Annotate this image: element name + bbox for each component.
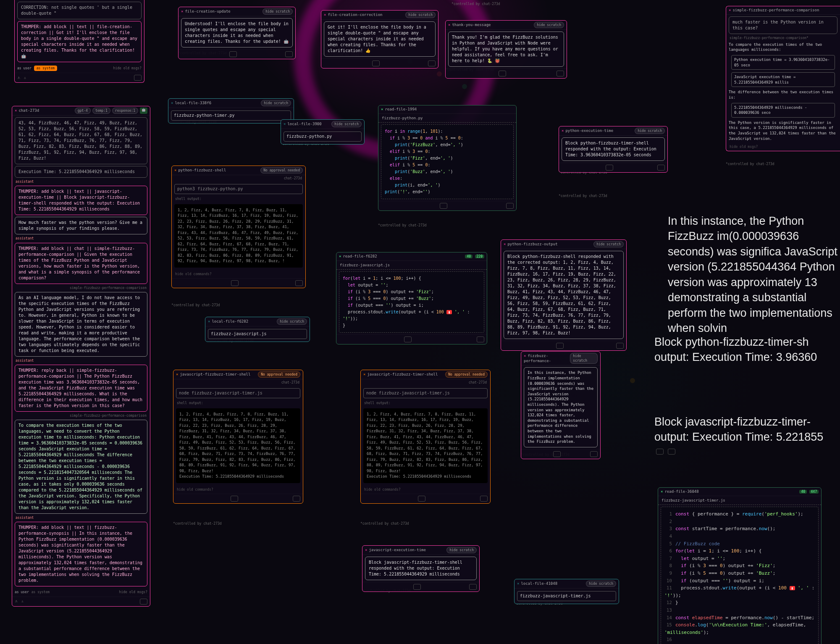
shell-cmd[interactable]: node fizzbuzz-javascript-timer.js xyxy=(176,388,300,398)
node-title: javascript-execution-time xyxy=(369,548,425,552)
action-icon[interactable] xyxy=(556,71,564,76)
assistant-label: assistant xyxy=(16,236,147,241)
node-title: local-file-338f6 xyxy=(175,101,211,105)
compare-l1: Python execution time = 3.96360410373832… xyxy=(731,55,835,70)
file-name: fizzbuzz-javascript.js xyxy=(340,263,390,268)
synopsis-msg: To compare the execution times of the tw… xyxy=(15,420,147,514)
fb-perf-node[interactable]: ×fizzbuzz-performance-hide scratch In th… xyxy=(521,351,601,459)
action-icon[interactable] xyxy=(506,203,514,209)
as-system-label[interactable]: as system xyxy=(32,590,50,594)
thumper-msg: THUMPER: add block || text || fizzbuzz-p… xyxy=(15,522,147,586)
node-title: file-creation-correction xyxy=(328,13,382,17)
action-icon[interactable] xyxy=(404,336,412,342)
node-title: local-file-f6282 xyxy=(212,319,248,323)
compare-l2: JavaScript execution time = 5.2218550443… xyxy=(731,72,835,87)
shell-output: 1, 2, Fizz, 4, Buzz, Fizz, 7, 8, Fizz, B… xyxy=(174,204,303,268)
action-icon[interactable] xyxy=(140,599,147,605)
file-path[interactable]: fizzbuzz-python-timer.py xyxy=(171,110,291,121)
hide-scratch-pill[interactable]: hide scratch xyxy=(570,353,598,364)
compare-right-node[interactable]: ×simple-fizzbuzz-performance-comparison … xyxy=(726,6,840,151)
action-icon[interactable] xyxy=(469,584,477,590)
action-icon[interactable] xyxy=(440,203,447,209)
file-path[interactable]: fizzbuzz-javascript.js xyxy=(208,329,307,339)
action-icon[interactable] xyxy=(428,60,436,66)
action-icon[interactable] xyxy=(231,280,239,286)
hide-scratch-pill[interactable]: hide scratch xyxy=(593,241,624,247)
action-icon[interactable] xyxy=(656,449,664,455)
py-exec-time-node[interactable]: ×python-execution-timehide scratch Block… xyxy=(559,126,668,173)
hide-scratch-pill[interactable]: hide scratch xyxy=(446,547,477,553)
action-icon[interactable] xyxy=(295,280,303,286)
anchor-icon[interactable]: ⚓ xyxy=(21,599,24,604)
js-shell-node-2[interactable]: ×javascript-fizzbuzz-timer-shellNo appro… xyxy=(360,370,491,504)
action-icon[interactable] xyxy=(229,51,237,57)
js-exec-time-node[interactable]: ×javascript-execution-timehide scratch B… xyxy=(362,545,480,592)
hide-cmds-toggle[interactable]: hide old commands? xyxy=(172,270,305,278)
shell-cmd[interactable]: python3 fizzbuzz-python.py xyxy=(174,184,303,194)
no-approval-pill: No approval needed xyxy=(445,371,488,378)
hide-msgs-toggle[interactable]: hide old msgs? xyxy=(726,143,840,151)
action-icon[interactable] xyxy=(418,496,425,502)
big-text-1: In this instance, the Python FizzBuzz im… xyxy=(668,213,840,336)
action-icon[interactable] xyxy=(134,75,142,81)
file-creation-correction-node[interactable]: ×file-creation-correction hide scratch G… xyxy=(321,10,438,68)
hide-scratch-pill[interactable]: hide scratch xyxy=(405,12,436,18)
action-icon[interactable] xyxy=(553,451,561,457)
action-icon[interactable] xyxy=(480,496,488,502)
action-icon[interactable] xyxy=(372,60,380,66)
anchor-icon[interactable]: ⚓ xyxy=(24,76,26,80)
read-file-js-timer-node[interactable]: ×read-file-3604840 447 fizzbuzz-javascri… xyxy=(658,487,822,644)
hide-scratch-pill[interactable]: hide scratch xyxy=(262,8,293,15)
python-shell-node[interactable]: ×python-fizzbuzz-shellNo approval needed… xyxy=(171,166,306,288)
ai-disclaimer: As an AI language model, I do not have a… xyxy=(15,292,147,357)
py-fb-output-node[interactable]: ×python-fizzbuzz-outputhide scratch Bloc… xyxy=(501,239,627,351)
action-icon[interactable] xyxy=(668,449,675,455)
understood-body: Understood! I'll enclose the file body i… xyxy=(181,18,293,47)
shell-output-label: shell output: xyxy=(172,197,305,201)
as-system-badge[interactable]: as system xyxy=(34,66,57,71)
action-icon[interactable] xyxy=(285,51,293,57)
as-user-label[interactable]: as user xyxy=(15,590,29,594)
response-pill: response:1 xyxy=(112,108,138,114)
localfile-js-timer[interactable]: ×local-file-41048hide scratch fizzbuzz-j… xyxy=(514,579,619,604)
action-icon[interactable] xyxy=(293,496,300,502)
file-path[interactable]: fizzbuzz-python.py xyxy=(284,131,362,142)
action-icon[interactable] xyxy=(556,343,564,349)
action-icon[interactable] xyxy=(231,496,238,502)
action-icon[interactable] xyxy=(657,165,665,171)
file-path[interactable]: fizzbuzz-javascript-timer.js xyxy=(517,591,616,601)
action-icon[interactable] xyxy=(499,71,506,76)
localfile-python-timer[interactable]: ×local-file-338f6hide scratch fizzbuzz-p… xyxy=(168,98,294,124)
hide-scratch-pill[interactable]: hide scratch xyxy=(534,22,564,28)
read-file-js-node[interactable]: ×read-file-f628240 220 fizzbuzz-javascri… xyxy=(336,252,487,344)
action-icon[interactable] xyxy=(616,343,624,349)
input-bar[interactable]: as user as system hide old msgs? xyxy=(15,64,144,73)
tree-icon[interactable]: ⩚ xyxy=(17,76,21,80)
hide-msgs-toggle[interactable]: hide old msgs? xyxy=(119,590,147,594)
localfile-python[interactable]: ×local-file-3900hide scratch fizzbuzz-py… xyxy=(281,119,365,145)
as-user-label[interactable]: as user xyxy=(17,66,32,71)
js-shell-node-1[interactable]: ×javascript-fizzbuzz-timer-shellNo appro… xyxy=(173,370,303,504)
hide-cmds-toggle[interactable]: hide old commands? xyxy=(361,486,490,494)
node-title: local-file-3900 xyxy=(287,122,321,126)
read-file-python-node[interactable]: ×read-file-1994 fizzbuzz-python.py for i… xyxy=(378,105,517,211)
shell-cmd[interactable]: node fizzbuzz-javascript-timer.js xyxy=(363,388,488,398)
localfile-js[interactable]: ×local-file-f6282hide scratch fizzbuzz-j… xyxy=(205,317,310,342)
tree-icon[interactable]: ⩚ xyxy=(15,599,18,604)
chat-main-node[interactable]: ×chat-273d gpt-4 temp:1 response:1 🤖 43,… xyxy=(12,106,150,607)
thank-you-node[interactable]: ×thank-you-message hide scratch Thank yo… xyxy=(445,20,567,79)
user-question: How much faster was the python version? … xyxy=(15,217,147,234)
hide-cmds-toggle[interactable]: hide old commands? xyxy=(173,486,303,494)
file-creation-update-node[interactable]: ×file-creation-update hide scratch Under… xyxy=(178,7,296,59)
hide-msgs-toggle[interactable]: hide old msgs? xyxy=(113,66,142,71)
action-icon[interactable] xyxy=(606,165,613,171)
hide-scratch-pill[interactable]: hide scratch xyxy=(277,318,307,325)
action-icon[interactable] xyxy=(590,451,598,457)
input-bar[interactable]: as user as system hide old msgs? xyxy=(12,588,150,596)
hide-scratch-pill[interactable]: hide scratch xyxy=(331,121,362,127)
hide-scratch-pill[interactable]: hide scratch xyxy=(635,128,665,134)
hide-scratch-pill[interactable]: hide scratch xyxy=(261,100,291,106)
hide-scratch-pill[interactable]: hide scratch xyxy=(586,581,616,587)
action-icon[interactable] xyxy=(413,584,421,590)
action-icon[interactable] xyxy=(477,336,484,342)
